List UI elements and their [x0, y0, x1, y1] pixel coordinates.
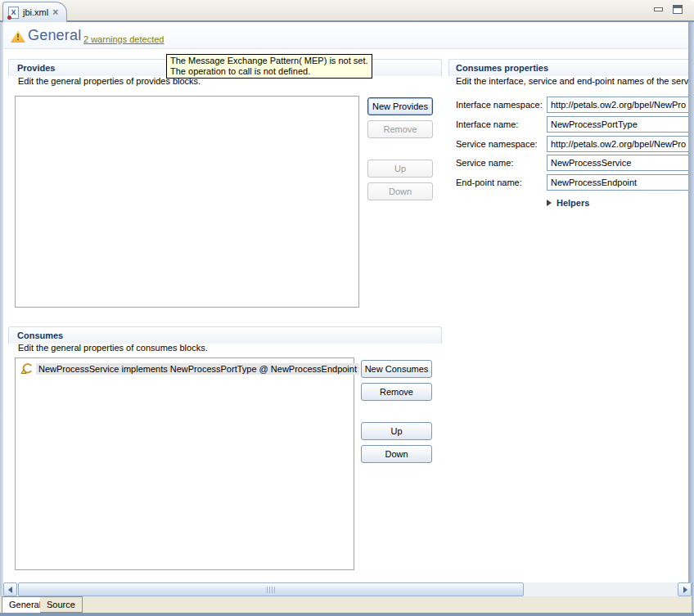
consumes-list-item[interactable]: NewProcessService implements NewProcessP… — [20, 362, 359, 375]
consumes-section-header: Consumes — [8, 326, 442, 344]
consumes-properties-section-header: Consumes properties — [448, 59, 692, 76]
end-point-name-input[interactable] — [547, 174, 692, 191]
chevron-right-icon — [683, 587, 687, 593]
service-namespace-label: Service namespace: — [456, 139, 538, 149]
scrollbar-grip-icon — [267, 587, 275, 593]
scroll-right-button[interactable] — [678, 582, 692, 596]
service-namespace-input[interactable] — [547, 136, 692, 152]
consumes-down-button[interactable]: Down — [361, 445, 432, 463]
end-point-name-label: End-point name: — [456, 178, 522, 187]
interface-name-input[interactable] — [547, 116, 692, 133]
header-separator — [5, 48, 687, 49]
provides-down-button[interactable]: Down — [367, 182, 433, 200]
consumes-properties-description: Edit the interface, service and end-poin… — [456, 76, 691, 86]
consumes-description: Edit the general properties of consumes … — [18, 343, 208, 353]
warning-tooltip: The Message Exchange Pattern( MEP) is no… — [166, 54, 372, 79]
provides-remove-button[interactable]: Remove — [367, 120, 433, 138]
tooltip-line-1: The Message Exchange Pattern( MEP) is no… — [170, 56, 368, 66]
scroll-left-button[interactable] — [3, 582, 17, 596]
service-name-input[interactable] — [547, 155, 692, 171]
page-tab-bar: General Source — [0, 596, 694, 613]
scrollbar-thumb[interactable] — [18, 582, 524, 596]
warning-icon — [11, 30, 25, 43]
provides-up-button[interactable]: Up — [367, 160, 433, 178]
horizontal-scrollbar[interactable] — [3, 582, 692, 596]
new-consumes-button[interactable]: New Consumes — [361, 360, 432, 378]
page-title: General — [28, 27, 81, 44]
editor-tab-label: jbi.xml — [23, 7, 48, 17]
warnings-detected-link[interactable]: 2 warnings detected — [83, 34, 164, 44]
window-left-border — [0, 22, 3, 596]
window-right-border — [688, 22, 694, 582]
interface-namespace-input[interactable] — [547, 97, 692, 113]
editor-tab-jbi-xml[interactable]: X jbi.xml × — [2, 2, 67, 22]
window-bottom-edge — [0, 613, 694, 616]
consumes-section-title: Consumes — [9, 327, 441, 340]
provides-list[interactable] — [15, 96, 359, 308]
editor-tab-bar: X jbi.xml × — [0, 0, 694, 22]
maximize-icon[interactable] — [673, 5, 683, 14]
helpers-label: Helpers — [557, 198, 589, 208]
chevron-right-icon — [547, 200, 552, 206]
consumes-properties-title: Consumes properties — [449, 60, 691, 73]
tooltip-line-2: The operation to call is not defined. — [170, 66, 368, 77]
helpers-expandable[interactable]: Helpers — [547, 198, 589, 208]
interface-name-label: Interface name: — [456, 119, 518, 129]
chevron-left-icon — [8, 587, 12, 593]
xml-file-icon: X — [8, 7, 19, 19]
consumes-item-text: NewProcessService implements NewProcessP… — [36, 363, 359, 375]
modified-dot-icon — [7, 16, 11, 20]
consumes-up-button[interactable]: Up — [361, 422, 432, 440]
eclipse-editor-window: X jbi.xml × General 2 warnings detected … — [0, 0, 694, 616]
new-provides-button[interactable]: New Provides — [367, 97, 433, 115]
service-name-label: Service name: — [456, 158, 513, 168]
consume-warning-icon — [20, 362, 33, 375]
tab-source[interactable]: Source — [40, 596, 83, 613]
consumes-remove-button[interactable]: Remove — [361, 383, 432, 401]
minimize-icon[interactable] — [654, 7, 663, 11]
interface-namespace-label: Interface namespace: — [456, 100, 543, 110]
consumes-list[interactable]: NewProcessService implements NewProcessP… — [15, 357, 354, 570]
close-icon[interactable]: × — [52, 7, 58, 17]
